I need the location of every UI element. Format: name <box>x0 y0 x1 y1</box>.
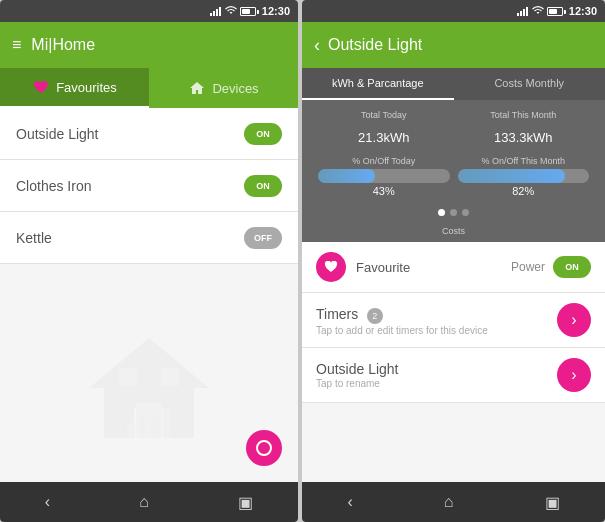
rename-arrow-button[interactable]: › <box>557 358 591 392</box>
bottom-nav-left: ‹ ⌂ ▣ <box>0 482 298 522</box>
nav-home-right[interactable]: ⌂ <box>444 493 454 511</box>
stats-section: Total Today 21.3kWh Total This Month 133… <box>302 100 605 203</box>
nav-recent-right[interactable]: ▣ <box>545 493 560 512</box>
chart-tab-kwh[interactable]: kWh & Parcantage <box>302 68 454 100</box>
detail-header: ‹ Outside Light <box>302 22 605 68</box>
chart-tab-bar: kWh & Parcantage Costs Monthly <box>302 68 605 100</box>
stat-month-value: 133.3kWh <box>458 122 590 148</box>
rename-text-block: Outside Light Tap to rename <box>316 361 399 389</box>
svg-rect-6 <box>163 408 171 438</box>
progress-month-fill <box>458 169 566 183</box>
stat-month-unit: kWh <box>527 130 553 145</box>
chart-tab-costs-label: Costs Monthly <box>494 77 564 89</box>
device-name-kettle: Kettle <box>16 230 52 246</box>
costs-label-row: Costs <box>302 220 605 242</box>
bottom-nav-right: ‹ ⌂ ▣ <box>302 482 605 522</box>
progress-month <box>458 169 590 183</box>
tab-favourites[interactable]: Favourites <box>0 68 149 108</box>
dot-1[interactable] <box>438 209 445 216</box>
status-icons-right <box>517 6 563 16</box>
detail-item-timers[interactable]: Timers 2 Tap to add or edit timers for t… <box>302 293 605 348</box>
power-row: Power ON <box>511 256 591 278</box>
left-phone: 12:30 ≡ Mi|Home Favourites Devices Outsi… <box>0 0 298 522</box>
chart-tab-costs[interactable]: Costs Monthly <box>454 68 606 100</box>
detail-list: Favourite Power ON Timers 2 Tap to add o… <box>302 242 605 482</box>
detail-item-left-rename: Outside Light Tap to rename <box>316 361 399 389</box>
svg-rect-4 <box>139 413 147 438</box>
power-toggle[interactable]: ON <box>553 256 591 278</box>
detail-title: Outside Light <box>328 36 422 54</box>
tab-devices-label: Devices <box>212 81 258 96</box>
timers-label-row: Timers 2 <box>316 305 488 324</box>
dot-3[interactable] <box>462 209 469 216</box>
progress-today <box>318 169 450 183</box>
status-bar-right: 12:30 <box>302 0 605 22</box>
signal-icon-right <box>517 6 529 16</box>
right-phone: 12:30 ‹ Outside Light kWh & Parcantage C… <box>302 0 605 522</box>
app-header-left: ≡ Mi|Home <box>0 22 298 68</box>
nav-back-right[interactable]: ‹ <box>348 493 353 511</box>
svg-rect-0 <box>119 368 137 386</box>
percent-today-value: 43% <box>318 185 450 197</box>
toggle-outside-light[interactable]: ON <box>244 123 282 145</box>
svg-rect-5 <box>151 418 159 438</box>
detail-item-favourite[interactable]: Favourite Power ON <box>302 242 605 293</box>
timers-label: Timers <box>316 306 358 322</box>
percent-today-label: % On/Off Today <box>318 156 450 166</box>
device-name-clothes-iron: Clothes Iron <box>16 178 91 194</box>
svg-rect-3 <box>127 423 135 438</box>
wifi-icon-right <box>532 6 544 16</box>
detail-item-rename[interactable]: Outside Light Tap to rename › <box>302 348 605 403</box>
tab-favourites-label: Favourites <box>56 80 117 95</box>
stat-today-value: 21.3kWh <box>318 122 450 148</box>
heart-icon <box>32 79 50 95</box>
app-title: Mi|Home <box>31 36 95 54</box>
percent-month-box: % On/Off This Month 82% <box>458 156 590 197</box>
device-item-outside-light[interactable]: Outside Light ON <box>0 108 298 160</box>
tab-devices[interactable]: Devices <box>149 68 298 108</box>
rename-sub: Tap to rename <box>316 378 399 389</box>
device-name-outside-light: Outside Light <box>16 126 99 142</box>
chart-tab-kwh-label: kWh & Parcantage <box>332 77 424 89</box>
svg-rect-1 <box>161 368 179 386</box>
rename-label: Outside Light <box>316 361 399 377</box>
heart-fill-icon <box>324 261 338 273</box>
battery-icon <box>240 7 256 16</box>
progress-today-fill <box>318 169 375 183</box>
percent-today-box: % On/Off Today 43% <box>318 156 450 197</box>
favourite-label: Favourite <box>356 260 410 275</box>
timers-count-badge: 2 <box>367 308 383 324</box>
nav-recent-left[interactable]: ▣ <box>238 493 253 512</box>
home-icon <box>188 80 206 96</box>
background-house-icon <box>79 328 219 452</box>
status-icons-left <box>210 6 256 16</box>
carousel-dots <box>302 203 605 220</box>
stat-today-label: Total Today <box>318 110 450 120</box>
dot-2[interactable] <box>450 209 457 216</box>
favourite-heart-icon[interactable] <box>316 252 346 282</box>
fab-button[interactable] <box>246 430 282 466</box>
toggle-kettle[interactable]: OFF <box>244 227 282 249</box>
device-list: Outside Light ON Clothes Iron ON Kettle … <box>0 108 298 482</box>
percent-month-label: % On/Off This Month <box>458 156 590 166</box>
stat-today-unit: kWh <box>383 130 409 145</box>
status-bar-left: 12:30 <box>0 0 298 22</box>
time-right: 12:30 <box>569 5 597 17</box>
tab-bar-left: Favourites Devices <box>0 68 298 108</box>
toggle-clothes-iron[interactable]: ON <box>244 175 282 197</box>
costs-label: Costs <box>442 226 465 236</box>
percent-month-value: 82% <box>458 185 590 197</box>
stat-month: Total This Month 133.3kWh <box>458 110 590 148</box>
menu-icon[interactable]: ≡ <box>12 36 21 54</box>
back-button[interactable]: ‹ <box>314 35 320 56</box>
timers-text-block: Timers 2 Tap to add or edit timers for t… <box>316 305 488 336</box>
stat-month-label: Total This Month <box>458 110 590 120</box>
nav-back-left[interactable]: ‹ <box>45 493 50 511</box>
device-item-kettle[interactable]: Kettle OFF <box>0 212 298 264</box>
stat-today: Total Today 21.3kWh <box>318 110 450 148</box>
timers-arrow-button[interactable]: › <box>557 303 591 337</box>
battery-icon-right <box>547 7 563 16</box>
device-item-clothes-iron[interactable]: Clothes Iron ON <box>0 160 298 212</box>
percent-row: % On/Off Today 43% % On/Off This Month 8… <box>318 156 589 197</box>
nav-home-left[interactable]: ⌂ <box>139 493 149 511</box>
